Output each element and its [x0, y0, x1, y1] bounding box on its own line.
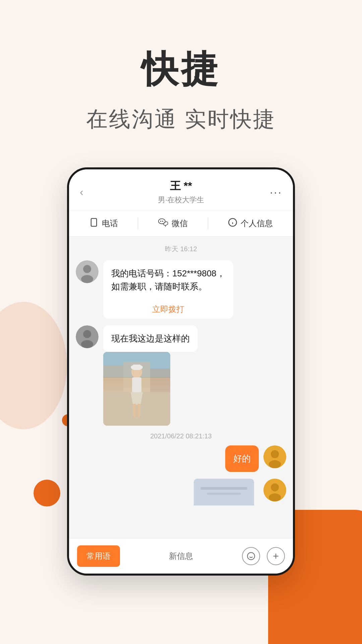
bottom-icons	[242, 547, 285, 565]
svg-rect-15	[103, 365, 123, 392]
svg-rect-0	[91, 218, 97, 226]
phone-container: ‹ 王 ** 男·在校大学生 ··· 电话	[0, 167, 362, 576]
svg-point-10	[81, 275, 93, 283]
phone-icon	[89, 218, 99, 229]
svg-point-4	[162, 221, 163, 222]
svg-point-33	[269, 493, 281, 501]
svg-point-32	[271, 483, 279, 491]
navbar-center: 王 ** 男·在校大学生	[97, 179, 265, 205]
svg-rect-14	[103, 352, 170, 377]
my-avatar-2	[263, 479, 286, 501]
wechat-icon	[158, 218, 168, 229]
svg-rect-16	[123, 362, 150, 392]
svg-rect-30	[207, 493, 241, 495]
svg-rect-23	[133, 404, 136, 417]
phone-card: 我的电话号码：152***9808，如需兼职，请随时联系。 立即拨打	[103, 260, 233, 319]
sub-title: 在线沟通 实时快捷	[0, 105, 362, 134]
info-icon	[228, 218, 237, 229]
svg-point-3	[160, 221, 161, 222]
add-button[interactable]	[267, 547, 285, 565]
svg-rect-24	[137, 404, 140, 417]
phone-label: 电话	[102, 218, 118, 229]
phone-navbar: ‹ 王 ** 男·在校大学生 ···	[69, 169, 293, 211]
back-button[interactable]: ‹	[80, 186, 97, 198]
contact-name: 王 **	[97, 179, 265, 194]
more-button[interactable]: ···	[265, 185, 282, 199]
partial-message-row	[76, 479, 286, 505]
message-bubble-2: 现在我这边是这样的	[103, 325, 198, 352]
chat-area: 昨天 16:12 我的电话号码：152***9808，如需兼职，请随时联系。	[69, 236, 293, 538]
svg-point-9	[83, 265, 91, 273]
my-avatar	[263, 445, 286, 468]
divider-1	[138, 217, 138, 229]
call-action-button[interactable]: 立即拨打	[103, 304, 233, 315]
message-row-incoming-1: 我的电话号码：152***9808，如需兼职，请随时联系。 立即拨打	[76, 260, 286, 319]
image-bubble	[103, 352, 170, 426]
svg-rect-28	[194, 479, 254, 505]
bubble-wrap-1: 我的电话号码：152***9808，如需兼职，请随时联系。 立即拨打	[103, 260, 233, 319]
main-title: 快捷	[0, 47, 362, 91]
message-text-1: 我的电话号码：152***9808，如需兼职，请随时联系。	[111, 268, 225, 291]
common-phrases-button[interactable]: 常用语	[77, 545, 120, 567]
svg-point-34	[247, 552, 255, 560]
message-text-2: 现在我这边是这样的	[111, 333, 190, 343]
svg-rect-21	[133, 365, 141, 370]
wechat-label: 微信	[172, 218, 188, 229]
message-row-incoming-2: 现在我这边是这样的	[76, 325, 286, 426]
svg-point-20	[131, 365, 143, 370]
header-section: 快捷 在线沟通 实时快捷	[0, 0, 362, 154]
action-bar: 电话 微信	[69, 211, 293, 236]
svg-rect-17	[150, 369, 170, 392]
phone-frame: ‹ 王 ** 男·在校大学生 ··· 电话	[67, 167, 295, 576]
svg-rect-18	[103, 392, 170, 426]
wechat-action[interactable]: 微信	[158, 218, 188, 229]
svg-point-26	[271, 450, 279, 458]
partial-image-bubble	[194, 479, 254, 505]
svg-point-12	[83, 330, 91, 338]
chat-timestamp-1: 昨天 16:12	[76, 245, 286, 254]
bottom-bar: 常用语 新信息	[69, 538, 293, 574]
svg-point-19	[131, 366, 142, 378]
chat-timestamp-2: 2021/06/22 08:21:13	[76, 432, 286, 440]
message-text-outgoing: 好的	[233, 453, 251, 464]
emoji-button[interactable]	[242, 547, 260, 565]
new-message-button[interactable]: 新信息	[162, 545, 200, 567]
bubble-wrap-outgoing: 好的	[225, 445, 259, 472]
contact-subtitle: 男·在校大学生	[97, 195, 265, 205]
svg-point-27	[269, 460, 281, 468]
phone-action[interactable]: 电话	[89, 218, 118, 229]
message-bubble-outgoing: 好的	[225, 445, 259, 472]
info-label: 个人信息	[241, 218, 273, 229]
bubble-wrap-2: 现在我这边是这样的	[103, 325, 198, 426]
divider-2	[208, 217, 208, 229]
svg-rect-29	[200, 487, 247, 490]
svg-point-13	[81, 340, 93, 348]
sender-avatar-1	[76, 260, 99, 283]
info-action[interactable]: 个人信息	[228, 218, 273, 229]
sender-avatar-2	[76, 325, 99, 348]
svg-rect-22	[132, 377, 141, 393]
message-row-outgoing-1: 好的	[76, 445, 286, 472]
message-bubble-1: 我的电话号码：152***9808，如需兼职，请随时联系。	[103, 260, 233, 300]
